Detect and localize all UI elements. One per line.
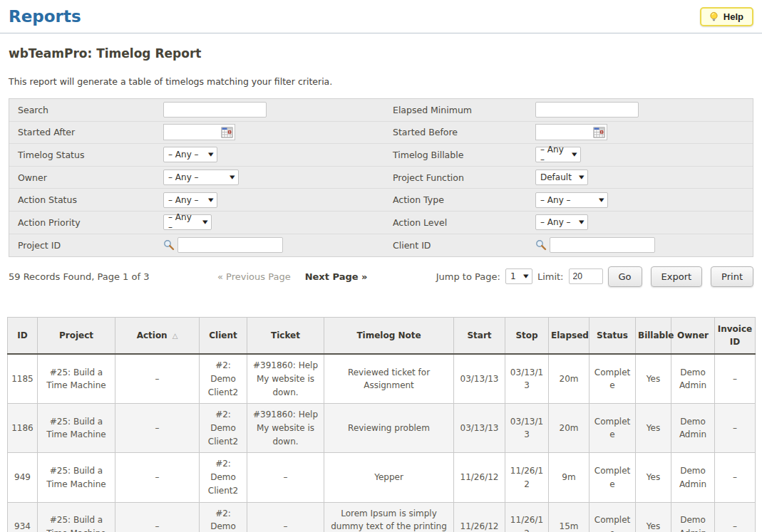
export-button[interactable]: Export [651,266,703,287]
magnifying-glass-icon[interactable] [535,239,547,251]
timelog-status-select[interactable]: – Any – ▼ [163,147,217,162]
started-after-input[interactable] [168,125,221,139]
cell-client: #2: Demo Client2 [200,502,247,532]
client-id-input[interactable] [550,237,655,253]
column-header-label: Elapsed [551,330,589,340]
cell-billable: Yes [636,453,671,502]
cell-action: – [115,453,200,502]
column-header-label: Status [597,330,628,340]
started-before-field[interactable] [535,124,607,140]
column-header-elapsed[interactable]: Elapsed [549,318,589,355]
print-button[interactable]: Print [711,266,753,287]
cell-status: Complete [589,502,636,532]
column-header-timelog-note[interactable]: Timelog Note [324,318,454,355]
search-input[interactable] [163,102,267,118]
column-header-ticket[interactable]: Ticket [247,318,324,355]
action-status-select[interactable]: – Any – ▼ [163,192,217,208]
column-header-label: Project [59,330,93,340]
table-row: 1186#25: Build a Time Machine–#2: Demo C… [8,404,756,453]
column-header-id[interactable]: ID [8,318,38,355]
cell-timelog-note: Reviewed ticket for Assignment [324,354,454,404]
filter-label-timelog-billable: Timelog Billable [386,150,535,160]
filter-label-started-after: Started After [9,127,163,137]
report-description: This report will generate a table of tim… [0,61,762,87]
selected-value: 1 [510,271,516,281]
limit-input[interactable] [569,268,603,284]
cell-status: Complete [589,453,636,502]
jump-to-page-select[interactable]: 1 ▼ [505,268,532,284]
action-type-select[interactable]: – Any – ▼ [535,192,608,208]
help-button[interactable]: Help [700,7,753,26]
cell-action: – [115,354,200,404]
cell-billable: Yes [636,354,671,404]
column-header-label: Start [467,330,491,340]
cell-billable: Yes [636,404,671,453]
column-header-project[interactable]: Project [38,318,115,355]
filter-label-started-before: Started Before [386,127,535,137]
project-id-input[interactable] [177,237,283,253]
filter-label-project-function: Project Function [386,172,535,183]
go-button[interactable]: Go [608,266,642,287]
chevron-down-icon: ▼ [599,197,604,203]
cell-action: – [115,502,200,532]
filter-label-action-type: Action Type [386,194,535,205]
next-page-link[interactable]: Next Page » [305,271,368,282]
cell-billable: Yes [636,502,671,532]
table-row: 1185#25: Build a Time Machine–#2: Demo C… [8,354,756,404]
cell-client: #2: Demo Client2 [200,354,247,404]
cell-id: 1186 [8,404,38,453]
column-header-client[interactable]: Client [200,318,247,355]
column-header-action[interactable]: Action△ [115,318,200,355]
calendar-icon[interactable] [221,127,233,138]
action-level-select[interactable]: – Any – ▼ [535,214,588,230]
chevron-down-icon: ▼ [579,219,585,225]
cell-project: #25: Build a Time Machine [38,354,115,404]
started-before-input[interactable] [540,125,593,139]
timelog-table: IDProjectAction△ClientTicketTimelog Note… [7,317,756,532]
filter-row: Owner – Any – ▼ Project Function Default… [9,167,753,189]
project-function-select[interactable]: Default ▼ [535,169,588,185]
action-priority-select[interactable]: – Any – ▼ [163,214,212,230]
cell-project: #25: Build a Time Machine [38,404,115,453]
column-header-billable[interactable]: Billable [636,318,671,355]
cell-timelog-note: Yepper [324,453,454,502]
filter-row: Search Elapsed Minimum [9,99,753,122]
cell-timelog-note: Lorem Ipsum is simply dummy text of the … [324,502,454,532]
filter-label-action-priority: Action Priority [9,217,163,228]
filter-row: Action Status – Any – ▼ Action Type – An… [9,189,753,212]
filter-row: Timelog Status – Any – ▼ Timelog Billabl… [9,144,753,167]
column-header-label: Stop [515,330,537,340]
cell-ticket: #391860: Help My website is down. [247,404,324,453]
cell-status: Complete [589,354,636,404]
magnifying-glass-icon[interactable] [163,239,175,251]
cell-elapsed: 9m [549,453,589,502]
limit-label: Limit: [537,271,564,282]
column-header-start[interactable]: Start [454,318,505,355]
cell-id: 1185 [8,354,38,404]
jump-to-page-label: Jump to Page: [436,271,500,282]
owner-select[interactable]: – Any – ▼ [163,169,239,185]
cell-id: 934 [8,502,38,532]
column-header-stop[interactable]: Stop [505,318,549,355]
column-header-owner[interactable]: Owner [671,318,715,355]
cell-ticket: – [247,453,324,502]
started-after-field[interactable] [163,124,235,140]
column-header-invoice-id[interactable]: Invoice ID [715,318,756,355]
selected-value: – Any – [168,172,199,182]
top-bar: Reports Help [0,0,762,33]
cell-invoice-id: – [715,404,756,453]
cell-start: 03/13/13 [454,404,505,453]
chevron-down-icon: ▼ [202,219,208,225]
column-header-status[interactable]: Status [589,318,636,355]
calendar-icon[interactable] [593,127,605,138]
chevron-down-icon: ▼ [208,197,214,203]
cell-timelog-note: Reviewing problem [324,404,454,453]
elapsed-minimum-input[interactable] [535,102,639,118]
sort-asc-icon: △ [173,332,178,340]
cell-id: 949 [8,453,38,502]
chevron-down-icon: ▼ [522,273,528,279]
timelog-billable-select[interactable]: – Any – ▼ [535,147,581,162]
cell-start: 03/13/13 [454,354,505,404]
column-header-label: Client [209,330,237,340]
previous-page-link[interactable]: « Previous Page [217,271,291,282]
